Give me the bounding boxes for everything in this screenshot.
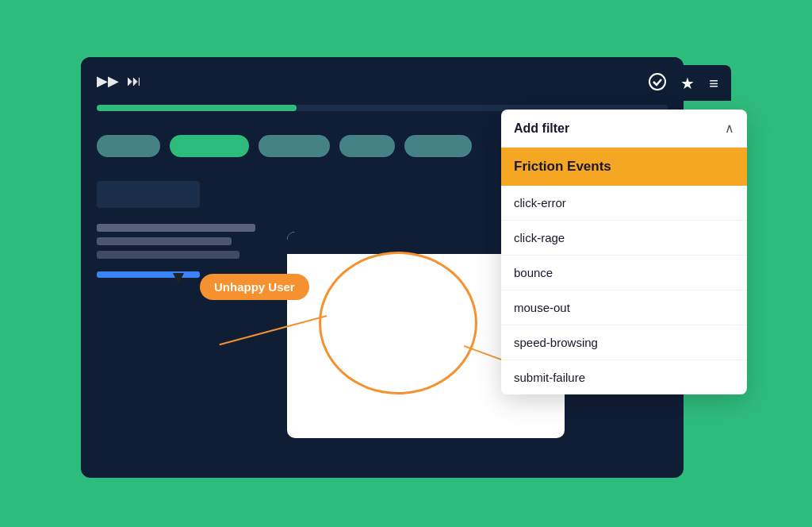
tab-pill-5[interactable] (404, 135, 472, 157)
menu-icon[interactable]: ≡ (709, 75, 718, 91)
add-filter-label: Add filter (514, 121, 569, 136)
lines-group (97, 224, 255, 259)
tab-pill-2[interactable] (170, 135, 249, 157)
filter-item-click-error[interactable]: click-error (501, 186, 747, 221)
tab-pill-1[interactable] (97, 135, 160, 157)
filter-label-speed-browsing: speed-browsing (514, 336, 598, 349)
icons-bar: ★ ≡ (485, 65, 731, 101)
left-panel (97, 181, 255, 278)
unhappy-user-tooltip: Unhappy User (200, 274, 309, 300)
dark-block (97, 181, 200, 208)
tab-pill-4[interactable] (339, 135, 395, 157)
line-item-2 (97, 237, 232, 245)
blue-line (97, 271, 200, 278)
filter-label-click-error: click-error (514, 196, 566, 210)
progress-bar-fill (97, 105, 297, 111)
line-item-3 (97, 251, 239, 259)
skip-icon[interactable]: ⏭ (127, 73, 141, 90)
filter-item-bounce[interactable]: bounce (501, 256, 747, 290)
add-filter-row[interactable]: Add filter ∧ (501, 110, 747, 148)
chevron-up-icon: ∧ (725, 121, 734, 136)
svg-point-0 (649, 74, 665, 90)
friction-events-label: Friction Events (514, 159, 611, 174)
cursor-pointer (173, 273, 184, 284)
filter-category-friction-events[interactable]: Friction Events (501, 148, 747, 186)
filter-item-click-rage[interactable]: click-rage (501, 221, 747, 256)
dropdown-panel: Add filter ∧ Friction Events click-error… (501, 110, 747, 394)
filter-label-bounce: bounce (514, 266, 553, 279)
check-circle-icon[interactable] (649, 73, 666, 93)
filter-label-submit-failure: submit-failure (514, 371, 585, 384)
line-item-1 (97, 224, 255, 232)
filter-item-mouse-out[interactable]: mouse-out (501, 290, 747, 325)
filter-label-click-rage: click-rage (514, 231, 565, 244)
play-controls[interactable]: ▶▶ ⏭ (97, 72, 141, 90)
filter-item-speed-browsing[interactable]: speed-browsing (501, 325, 747, 360)
filter-item-submit-failure[interactable]: submit-failure (501, 360, 747, 394)
tab-pill-3[interactable] (259, 135, 330, 157)
star-icon[interactable]: ★ (680, 75, 695, 91)
play-icon[interactable]: ▶▶ (97, 72, 119, 90)
filter-label-mouse-out: mouse-out (514, 301, 570, 314)
unhappy-user-label: Unhappy User (214, 280, 295, 294)
